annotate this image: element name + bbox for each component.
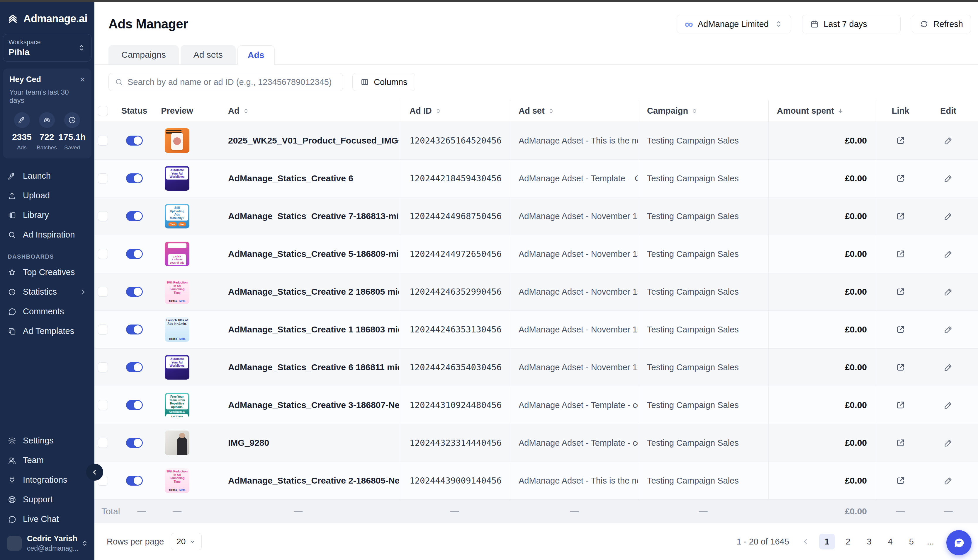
open-link-button[interactable]	[896, 476, 906, 486]
edit-ad-button[interactable]	[943, 438, 953, 448]
row-checkbox[interactable]	[98, 362, 108, 372]
sidebar-item-support[interactable]: Support	[0, 490, 94, 509]
open-link-button[interactable]	[896, 173, 906, 183]
sidebar-item-live-chat[interactable]: Live Chat	[0, 509, 94, 529]
ad-preview-thumbnail[interactable]: 90% Reduction in Ad Launching TimeTikTok…	[165, 279, 189, 304]
column-header-ad[interactable]: Ad	[197, 100, 399, 122]
ad-name[interactable]: AdManage_Statics_Creative 6	[228, 173, 353, 183]
refresh-button[interactable]: Refresh	[912, 15, 971, 33]
ad-name[interactable]: AdManage_Statics_Creative 1 186803 micka…	[228, 325, 399, 335]
columns-button[interactable]: Columns	[353, 73, 415, 91]
ad-preview-thumbnail[interactable]: 90% Reduction in Ad Launching TimeTikTok…	[165, 468, 189, 493]
sidebar-item-team[interactable]: Team	[0, 450, 94, 470]
edit-ad-button[interactable]	[943, 287, 953, 297]
ad-name[interactable]: IMG_9280	[228, 438, 269, 448]
column-header-ad-id[interactable]: Ad ID	[399, 100, 511, 122]
open-link-button[interactable]	[896, 400, 906, 410]
row-checkbox[interactable]	[98, 325, 108, 335]
status-toggle[interactable]	[126, 400, 143, 410]
edit-ad-button[interactable]	[943, 211, 953, 221]
tab-ads[interactable]: Ads	[237, 45, 275, 65]
sidebar-item-top-creatives[interactable]: Top Creatives	[0, 262, 94, 282]
status-toggle[interactable]	[126, 211, 143, 221]
status-toggle[interactable]	[126, 173, 143, 183]
pagination-page-2[interactable]: 2	[840, 533, 856, 550]
open-link-button[interactable]	[896, 136, 906, 145]
ad-name[interactable]: AdManage_Statics_Creative 2 186805 micka…	[228, 287, 399, 297]
ad-name[interactable]: 2025_WK25_V01_Product_Focused_IMG+TEXT_(	[228, 136, 399, 145]
ad-name[interactable]: AdManage_Statics_Creative 6 186811 micka…	[228, 362, 399, 372]
sidebar-item-settings[interactable]: Settings	[0, 431, 94, 450]
sidebar-item-ad-templates[interactable]: Ad Templates	[0, 321, 94, 341]
ad-preview-thumbnail[interactable]: Automate Your Ad Workflows	[165, 355, 189, 380]
status-toggle[interactable]	[126, 325, 143, 335]
sidebar-item-library[interactable]: Library	[0, 205, 94, 225]
open-link-button[interactable]	[896, 287, 906, 297]
row-checkbox[interactable]	[98, 211, 108, 221]
ad-name[interactable]: AdManage_Statics_Creative 2-186805-NewCr…	[228, 476, 399, 486]
search-input[interactable]	[127, 77, 337, 87]
row-checkbox[interactable]	[98, 438, 108, 448]
sidebar-item-integrations[interactable]: Integrations	[0, 470, 94, 490]
column-header-amount-spent[interactable]: Amount spent	[768, 100, 877, 122]
sidebar-item-upload[interactable]: Upload	[0, 186, 94, 205]
select-all-checkbox[interactable]	[98, 106, 108, 116]
status-toggle[interactable]	[126, 362, 143, 372]
status-toggle[interactable]	[126, 476, 143, 486]
ad-preview-thumbnail[interactable]	[165, 430, 189, 455]
open-link-button[interactable]	[896, 325, 906, 335]
tab-campaigns[interactable]: Campaigns	[109, 45, 179, 65]
status-toggle[interactable]	[126, 287, 143, 297]
ad-preview-thumbnail[interactable]: 1 click 1 minute 100s of ads	[165, 242, 189, 266]
edit-ad-button[interactable]	[943, 249, 953, 259]
ad-name[interactable]: AdManage_Statics_Creative 7-186813-micka…	[228, 211, 399, 221]
pagination-page-3[interactable]: 3	[861, 533, 877, 550]
pagination-page-1[interactable]: 1	[819, 533, 835, 550]
ad-preview-thumbnail[interactable]: Free Your Team From Repetitive Uploads.A…	[165, 393, 189, 417]
ad-name[interactable]: AdManage_Statics_Creative 3-186807-NewCr…	[228, 400, 399, 410]
ad-preview-thumbnail[interactable]	[165, 128, 189, 153]
ad-preview-thumbnail[interactable]: Still Uploading Ads Manually?YesNo	[165, 204, 189, 228]
sidebar-item-comments[interactable]: Comments	[0, 302, 94, 321]
search-box[interactable]	[109, 73, 343, 91]
open-link-button[interactable]	[896, 249, 906, 259]
edit-ad-button[interactable]	[943, 476, 953, 486]
sidebar-collapse-button[interactable]	[86, 463, 103, 481]
status-toggle[interactable]	[126, 136, 143, 145]
ad-preview-thumbnail[interactable]: Automate Your Ad Workflows	[165, 166, 189, 191]
edit-ad-button[interactable]	[943, 362, 953, 372]
ad-preview-thumbnail[interactable]: Launch 100s of Ads in <1min.TikTokMeta	[165, 317, 189, 342]
edit-ad-button[interactable]	[943, 400, 953, 410]
open-link-button[interactable]	[896, 438, 906, 448]
close-icon[interactable]: ×	[80, 75, 85, 84]
logo[interactable]: Admanage.ai	[0, 2, 94, 28]
pagination-prev-button[interactable]	[800, 534, 811, 549]
pagination-page-5[interactable]: 5	[904, 533, 919, 550]
row-checkbox[interactable]	[98, 136, 108, 145]
user-menu[interactable]: Cedric Yarish ced@admanag...	[0, 529, 94, 560]
edit-ad-button[interactable]	[943, 325, 953, 335]
row-checkbox[interactable]	[98, 287, 108, 297]
open-link-button[interactable]	[896, 211, 906, 221]
status-toggle[interactable]	[126, 438, 143, 448]
date-range-picker[interactable]: Last 7 days	[802, 15, 901, 33]
row-checkbox[interactable]	[98, 400, 108, 410]
edit-ad-button[interactable]	[943, 173, 953, 183]
live-chat-fab[interactable]	[946, 530, 971, 555]
open-link-button[interactable]	[896, 362, 906, 372]
column-header-ad-set[interactable]: Ad set	[511, 100, 638, 122]
workspace-selector[interactable]: Workspace Pihla	[3, 34, 92, 62]
row-checkbox[interactable]	[98, 173, 108, 183]
row-checkbox[interactable]	[98, 249, 108, 259]
ad-name[interactable]: AdManage_Statics_Creative 5-186809-micka…	[228, 249, 399, 259]
column-header-campaign[interactable]: Campaign	[638, 100, 768, 122]
rows-per-page-select[interactable]: 20	[171, 533, 202, 550]
pagination-page-4[interactable]: 4	[883, 533, 898, 550]
account-selector[interactable]: ∞ AdManage Limited	[677, 15, 791, 33]
tab-ad-sets[interactable]: Ad sets	[181, 45, 236, 65]
sidebar-item-ad-inspiration[interactable]: Ad Inspiration	[0, 225, 94, 245]
sidebar-item-statistics[interactable]: Statistics	[0, 282, 94, 302]
sidebar-item-launch[interactable]: Launch	[0, 166, 94, 186]
status-toggle[interactable]	[126, 249, 143, 259]
edit-ad-button[interactable]	[943, 136, 953, 145]
